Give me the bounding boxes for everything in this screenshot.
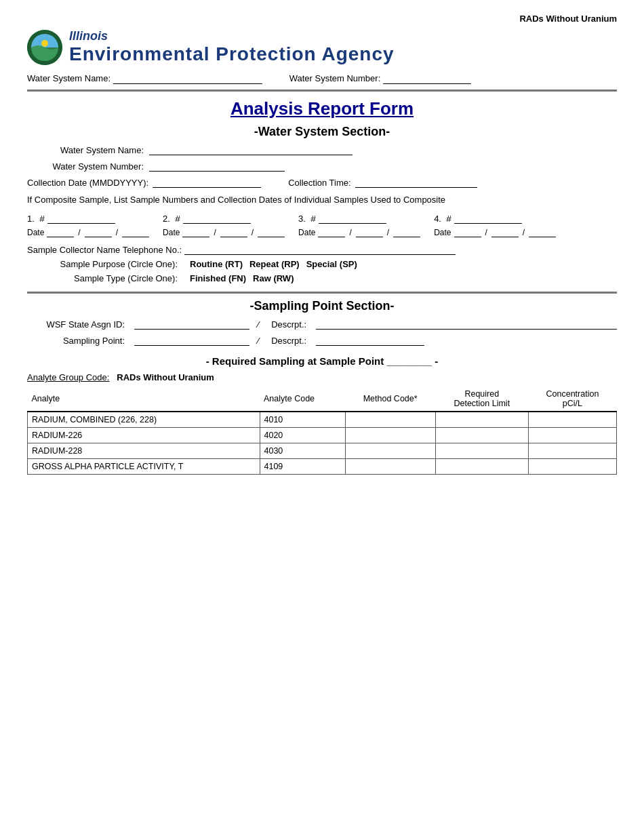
table-cell-method-2[interactable] [345,443,435,459]
composite-date-m-1[interactable] [47,226,74,237]
sampling-point-input[interactable] [134,335,249,346]
body-wsnumber-input[interactable] [149,161,285,172]
table-cell-analyte-1: RADIUM-226 [28,428,260,443]
table-cell-method-0[interactable] [345,412,435,428]
body-wsn-input[interactable] [149,144,353,155]
sp-slash: ∕ [258,336,259,346]
sample-type-finished: Finished (FN) [190,273,246,283]
required-sampling-title: - Required Sampling at Sample Point ____… [27,355,617,367]
composite-item-2: 2. # Date / / [163,213,285,237]
descrpt-input-1[interactable] [316,319,617,330]
header-wsn-label: Water System Name: [27,73,110,83]
body-wsn-row: Water System Name: [27,144,617,155]
table-row: RADIUM, COMBINED (226, 228) 4010 [28,412,617,428]
table-cell-analyte-2: RADIUM-228 [28,443,260,459]
composite-date-y-1[interactable] [122,226,149,237]
header-wsnumber-field: Water System Number: [289,73,471,84]
composite-date-d-1[interactable] [85,226,112,237]
header-divider [27,90,617,92]
collection-time-field: Collection Time: [288,177,477,188]
composite-date-m-4[interactable] [454,226,481,237]
table-cell-conc-3[interactable] [528,459,616,475]
purpose-label: Sample Purpose (Circle One): [27,259,183,269]
epa-label: Environmental Protection Agency [69,43,395,65]
table-cell-method-3[interactable] [345,459,435,475]
table-cell-conc-2[interactable] [528,443,616,459]
table-cell-rdl-0[interactable] [435,412,528,428]
collection-date-row: Collection Date (MMDDYYYY): Collection T… [27,177,617,188]
composite-hash-1: # [37,214,45,224]
composite-slash-2a: / [214,228,216,237]
header-wsnumber-value[interactable] [383,73,471,84]
composite-date-4: Date / / [434,226,556,237]
collection-time-label: Collection Time: [288,178,350,188]
collection-date-label: Collection Date (MMDDYYYY): [27,178,148,188]
table-row: RADIUM-228 4030 [28,443,617,459]
composite-hash-field-3[interactable] [319,213,386,224]
composite-slash-4b: / [523,228,525,237]
table-cell-conc-0[interactable] [528,412,616,428]
svg-point-2 [41,40,48,47]
body-wsnumber-label: Water System Number: [27,161,149,172]
agency-name-block: Illinois Environmental Protection Agency [69,29,395,65]
descrpt-input-2[interactable] [316,335,424,346]
collection-date-input[interactable] [153,177,261,188]
composite-date-y-2[interactable] [258,226,285,237]
wsf-slash: ∕ [258,319,259,330]
table-cell-conc-1[interactable] [528,428,616,443]
table-cell-rdl-1[interactable] [435,428,528,443]
composite-date-d-3[interactable] [356,226,383,237]
purpose-special: Special (SP) [306,259,357,269]
table-cell-rdl-2[interactable] [435,443,528,459]
composite-item-1: 1. # Date / / [27,213,149,237]
composite-hash-field-2[interactable] [183,213,251,224]
composite-hash-field-4[interactable] [454,213,522,224]
th-concentration: Concentration pCi/L [528,386,616,412]
table-cell-code-1: 4020 [260,428,345,443]
sample-type-label: Sample Type (Circle One): [27,273,183,283]
body-wsn-label: Water System Name: [27,145,149,155]
composite-date-y-4[interactable] [529,226,556,237]
table-cell-method-1[interactable] [345,428,435,443]
purpose-repeat: Repeat (RP) [249,259,300,269]
sampling-section-title: -Sampling Point Section- [27,299,617,313]
composite-number-1: 1. # [27,213,149,224]
analyte-group-label-underlined: Analyte Group Code: [27,372,109,382]
agency-logo [27,30,62,65]
th-analyte-code: Analyte Code [260,386,345,412]
composite-slash-3b: / [387,228,389,237]
composite-date-d-4[interactable] [491,226,519,237]
composite-date-2: Date / / [163,226,285,237]
composite-hash-field-1[interactable] [47,213,115,224]
composite-date-y-3[interactable] [393,226,420,237]
th-required-detection: Required Detection Limit [435,386,528,412]
table-row: RADIUM-226 4020 [28,428,617,443]
composite-date-d-2[interactable] [220,226,247,237]
composite-date-1: Date / / [27,226,149,237]
composite-number-4: 4. # [434,213,556,224]
table-header: Analyte Analyte Code Method Code* Requir… [28,386,617,412]
section-divider-1 [27,292,617,294]
composite-number-2: 2. # [163,213,285,224]
composite-item-4: 4. # Date / / [434,213,556,237]
collector-input[interactable] [184,244,456,255]
composite-date-m-2[interactable] [182,226,209,237]
sampling-point-label: Sampling Point: [27,336,129,346]
sample-type-raw: Raw (RW) [253,273,294,283]
top-right-label: RADs Without Uranium [27,14,617,24]
table-body: RADIUM, COMBINED (226, 228) 4010 RADIUM-… [28,412,617,475]
required-sampling-text: - Required Sampling at Sample Point [206,355,384,367]
table-cell-rdl-3[interactable] [435,459,528,475]
header-wsn-value[interactable] [113,73,262,84]
collection-time-input[interactable] [355,177,477,188]
analyte-group-value: RADs Without Uranium [117,372,214,382]
composite-hash-3: # [308,214,316,224]
agency-header: Illinois Environmental Protection Agency [27,29,617,65]
descrpt-label-2: Descrpt.: [267,336,310,346]
wsf-input[interactable] [134,319,249,330]
analyte-group: Analyte Group Code: RADs Without Uranium [27,372,617,382]
water-section-title: -Water System Section- [27,125,617,139]
composite-date-3: Date / / [298,226,420,237]
composite-date-m-3[interactable] [318,226,345,237]
th-analyte: Analyte [28,386,260,412]
